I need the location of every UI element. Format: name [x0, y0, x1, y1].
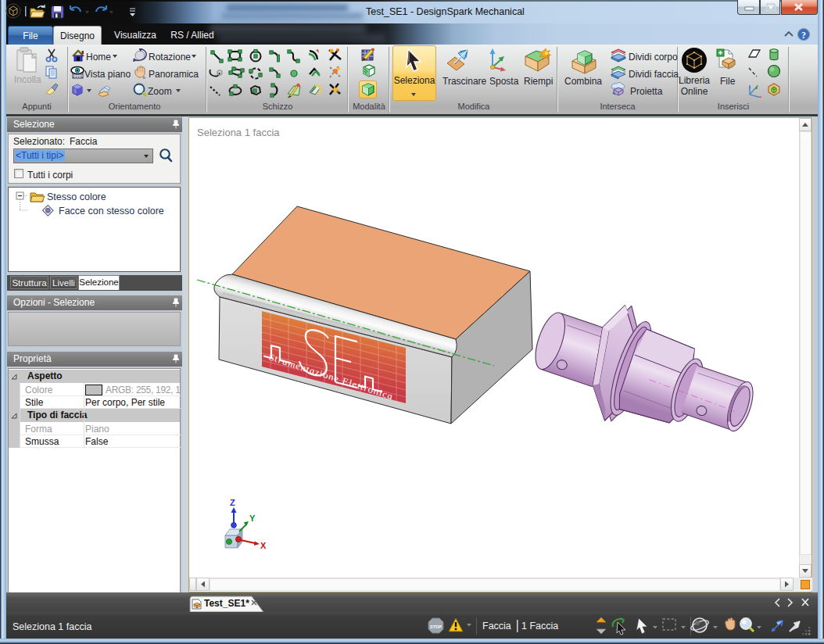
svg-text:Test_SE1*: Test_SE1*	[204, 598, 249, 609]
svg-text:Seleziona 1 faccia: Seleziona 1 faccia	[197, 127, 280, 138]
svg-text:Facce con stesso colore: Facce con stesso colore	[59, 206, 164, 216]
svg-text:STOP: STOP	[430, 624, 442, 629]
svg-text:Z: Z	[230, 498, 235, 507]
svg-text:X: X	[260, 541, 267, 550]
svg-text:Stesso colore: Stesso colore	[47, 191, 106, 202]
svg-text:Y: Y	[249, 513, 256, 523]
svg-text:1 Faccia: 1 Faccia	[521, 621, 558, 631]
svg-text:Faccia: Faccia	[482, 621, 511, 631]
svg-text:?: ?	[801, 30, 806, 41]
